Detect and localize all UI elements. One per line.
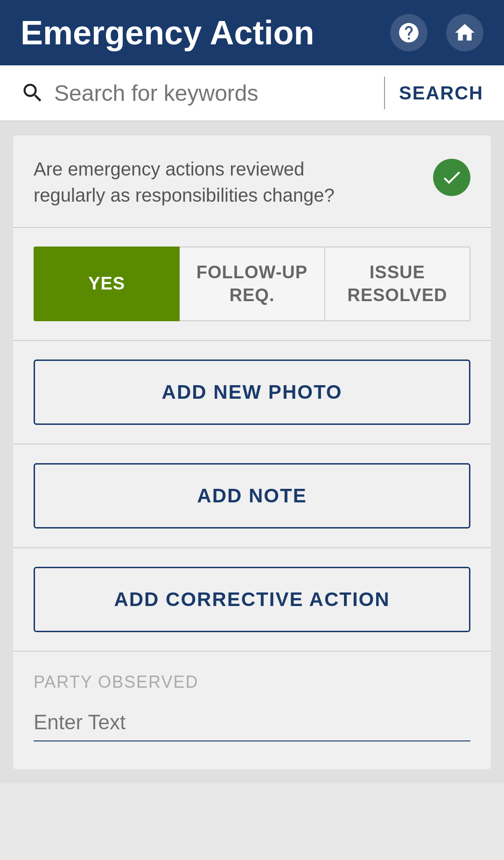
- search-divider: [384, 77, 385, 109]
- add-corrective-section: ADD CORRECTIVE ACTION: [13, 548, 491, 652]
- search-icon-wrap: [21, 81, 45, 105]
- header-icons: [390, 14, 483, 51]
- party-observed-input[interactable]: [34, 711, 470, 741]
- card: Are emergency actions reviewed regularly…: [13, 135, 491, 769]
- search-icon: [21, 81, 45, 105]
- help-button[interactable]: [390, 14, 427, 51]
- search-input[interactable]: [54, 80, 370, 106]
- main-content: Are emergency actions reviewed regularly…: [0, 121, 504, 783]
- header: Emergency Action: [0, 0, 504, 65]
- search-button[interactable]: SEARCH: [399, 83, 483, 104]
- party-observed-section: PARTY OBSERVED: [13, 652, 491, 769]
- home-icon: [453, 21, 476, 44]
- question-icon: [397, 21, 420, 44]
- answer-buttons-row: YES FOLLOW-UP REQ. ISSUE RESOLVED: [13, 228, 491, 341]
- party-observed-label: PARTY OBSERVED: [34, 672, 470, 692]
- add-photo-button[interactable]: ADD NEW PHOTO: [34, 360, 470, 425]
- home-button[interactable]: [446, 14, 483, 51]
- checkmark-icon: [441, 166, 463, 189]
- issue-resolved-button[interactable]: ISSUE RESOLVED: [324, 247, 470, 321]
- question-text: Are emergency actions reviewed regularly…: [34, 156, 351, 208]
- follow-up-button[interactable]: FOLLOW-UP REQ.: [180, 247, 324, 321]
- add-corrective-button[interactable]: ADD CORRECTIVE ACTION: [34, 567, 470, 632]
- add-photo-section: ADD NEW PHOTO: [13, 341, 491, 444]
- add-note-section: ADD NOTE: [13, 444, 491, 548]
- yes-button[interactable]: YES: [34, 247, 180, 321]
- question-section: Are emergency actions reviewed regularly…: [13, 135, 491, 228]
- page-title: Emergency Action: [21, 14, 315, 52]
- add-note-button[interactable]: ADD NOTE: [34, 463, 470, 529]
- search-bar: SEARCH: [0, 65, 504, 121]
- check-circle: [433, 159, 470, 196]
